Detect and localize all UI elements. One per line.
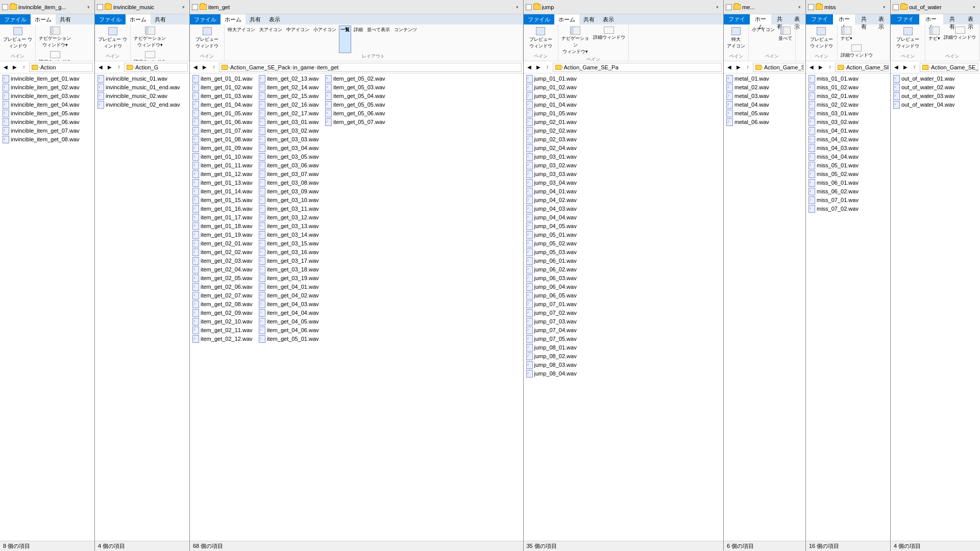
list-item[interactable]: jump_04_01.wav — [525, 187, 723, 195]
files-area-6[interactable]: miss_01_01.wavmiss_01_02.wavmiss_02_01.w… — [806, 73, 890, 541]
list-item[interactable]: miss_06_01.wav — [807, 178, 889, 187]
list-item[interactable]: item_get_02_16.wav — [257, 100, 324, 109]
list-item[interactable]: item_get_05_02.wav — [324, 74, 390, 83]
list-item[interactable]: jump_02_02.wav — [525, 126, 723, 135]
list-item[interactable]: item_get_02_05.wav — [191, 273, 257, 282]
list-item[interactable]: item_get_05_04.wav — [324, 91, 390, 100]
list-item[interactable]: jump_08_03.wav — [525, 360, 723, 369]
list-item[interactable]: jump_04_02.wav — [525, 195, 723, 204]
up-btn-1[interactable]: ↑ — [20, 63, 28, 71]
list-item[interactable]: item_get_03_03.wav — [257, 135, 324, 143]
list-item[interactable]: jump_07_04.wav — [525, 325, 723, 334]
list-item[interactable]: invincible_item_get_04.wav — [1, 100, 93, 109]
list-item[interactable]: item_get_02_01.wav — [191, 239, 257, 247]
back-btn-3[interactable]: ◀ — [191, 63, 200, 71]
address-path-2[interactable]: › Action_G — [124, 63, 188, 72]
list-item[interactable]: item_get_03_19.wav — [257, 273, 324, 282]
list-item[interactable]: item_get_04_06.wav — [257, 325, 324, 334]
list-item[interactable]: item_get_03_15.wav — [257, 239, 324, 247]
list-item[interactable]: item_get_01_03.wav — [191, 91, 257, 100]
btn-preview-3[interactable]: プレビュー ウィンドウ — [191, 26, 223, 53]
btn-content-3[interactable]: コンテンツ — [393, 26, 419, 53]
list-item[interactable]: miss_06_02.wav — [807, 187, 889, 195]
list-item[interactable]: item_get_03_08.wav — [257, 178, 324, 187]
back-btn-7[interactable]: ◀ — [892, 63, 900, 71]
address-path-4[interactable]: › Action_Game_SE_Pa — [553, 63, 722, 72]
btn-detail-7[interactable]: 詳細ウィンドウ — [942, 26, 977, 53]
list-item[interactable]: invincible_music_01.wav — [96, 74, 188, 83]
list-item[interactable]: jump_06_04.wav — [525, 282, 723, 291]
btn-medium-3[interactable]: 中アイコン — [285, 26, 311, 53]
list-item[interactable]: invincible_item_get_01.wav — [1, 74, 93, 83]
list-item[interactable]: jump_08_02.wav — [525, 352, 723, 360]
list-item[interactable]: jump_05_02.wav — [525, 239, 723, 247]
tab-home-4[interactable]: ホーム — [554, 14, 579, 24]
tab-home-5[interactable]: ホーム — [750, 14, 771, 24]
list-item[interactable]: jump_02_04.wav — [525, 143, 723, 152]
list-item[interactable]: invincible_music_01_end.wav — [96, 83, 188, 91]
list-item[interactable]: jump_03_03.wav — [525, 169, 723, 178]
list-item[interactable]: item_get_01_10.wav — [191, 152, 257, 161]
btn-detail-6[interactable]: 詳細ウィンドウ — [839, 43, 874, 60]
fwd-btn-2[interactable]: ▶ — [106, 63, 114, 71]
list-item[interactable]: item_get_01_05.wav — [191, 109, 257, 117]
list-item[interactable]: jump_04_05.wav — [525, 221, 723, 230]
up-btn-5[interactable]: ↑ — [744, 63, 752, 71]
list-item[interactable]: item_get_02_04.wav — [191, 265, 257, 273]
tab-share-2[interactable]: 共有 — [151, 14, 170, 24]
btn-nav-7[interactable]: ナビ▾ — [927, 26, 942, 53]
tab-view-3[interactable]: 表示 — [265, 14, 284, 24]
title-checkbox-4[interactable] — [526, 4, 532, 10]
list-item[interactable]: miss_01_01.wav — [807, 74, 889, 83]
list-item[interactable]: item_get_03_06.wav — [257, 161, 324, 169]
tab-share-3[interactable]: 共有 — [246, 14, 265, 24]
btn-preview-7[interactable]: プレビュー ウィンドウ — [892, 26, 923, 53]
btn-detail-1[interactable]: 詳細ウィンドウ — [37, 50, 72, 61]
title-dropdown-4[interactable]: ▾ — [716, 5, 721, 10]
list-item[interactable]: item_get_01_19.wav — [191, 230, 257, 239]
list-item[interactable]: item_get_01_13.wav — [191, 178, 257, 187]
list-item[interactable]: item_get_05_01.wav — [257, 334, 324, 343]
list-item[interactable]: item_get_01_15.wav — [191, 195, 257, 204]
address-path-1[interactable]: › Action — [29, 63, 93, 72]
list-item[interactable]: item_get_02_10.wav — [191, 317, 257, 325]
list-item[interactable]: miss_05_01.wav — [807, 161, 889, 169]
fwd-btn-1[interactable]: ▶ — [11, 63, 19, 71]
list-item[interactable]: invincible_music_02.wav — [96, 91, 188, 100]
list-item[interactable]: item_get_03_16.wav — [257, 247, 324, 256]
list-item[interactable]: metal_03.wav — [725, 91, 804, 100]
list-item[interactable]: item_get_01_01.wav — [191, 74, 257, 83]
list-item[interactable]: miss_02_01.wav — [807, 91, 889, 100]
list-item[interactable]: metal_05.wav — [725, 109, 804, 117]
title-dropdown-7[interactable]: ▾ — [973, 5, 978, 10]
btn-detail-2[interactable]: 詳細ウィンドウ — [132, 50, 167, 61]
list-item[interactable]: jump_02_01.wav — [525, 117, 723, 126]
list-item[interactable]: miss_04_02.wav — [807, 135, 889, 143]
list-item[interactable]: metal_04.wav — [725, 100, 804, 109]
title-dropdown-3[interactable]: ▾ — [516, 5, 521, 10]
btn-preview-2[interactable]: プレビュー ウィンドウ — [96, 26, 129, 53]
list-item[interactable]: jump_03_04.wav — [525, 178, 723, 187]
list-item[interactable]: item_get_02_13.wav — [257, 74, 324, 83]
tab-view-7[interactable]: 表示 — [962, 14, 980, 24]
list-item[interactable]: invincible_item_get_02.wav — [1, 83, 93, 91]
address-path-7[interactable]: › Action_Game_SE_P — [920, 63, 978, 72]
list-item[interactable]: jump_07_02.wav — [525, 308, 723, 317]
list-item[interactable]: metal_02.wav — [725, 83, 804, 91]
btn-nav-5[interactable]: 並べて — [777, 26, 794, 53]
list-item[interactable]: miss_03_02.wav — [807, 117, 889, 126]
list-item[interactable]: invincible_item_get_08.wav — [1, 135, 93, 143]
tab-share-4[interactable]: 共有 — [579, 14, 599, 24]
tab-home-6[interactable]: ホーム — [833, 14, 855, 24]
list-item[interactable]: item_get_04_05.wav — [257, 317, 324, 325]
files-area-7[interactable]: out_of_water_01.wavout_of_water_02.wavou… — [891, 73, 980, 541]
list-item[interactable]: jump_01_03.wav — [525, 91, 723, 100]
files-area-4[interactable]: jump_01_01.wavjump_01_02.wavjump_01_03.w… — [524, 73, 724, 541]
list-item[interactable]: miss_01_02.wav — [807, 83, 889, 91]
list-item[interactable]: item_get_04_03.wav — [257, 299, 324, 308]
tab-file-7[interactable]: ファイル — [891, 14, 919, 24]
tab-file-6[interactable]: ファイル — [806, 14, 833, 24]
list-item[interactable]: item_get_03_07.wav — [257, 169, 324, 178]
tab-share-1[interactable]: 共有 — [56, 14, 75, 24]
files-area-5[interactable]: metal_01.wavmetal_02.wavmetal_03.wavmeta… — [724, 73, 805, 541]
